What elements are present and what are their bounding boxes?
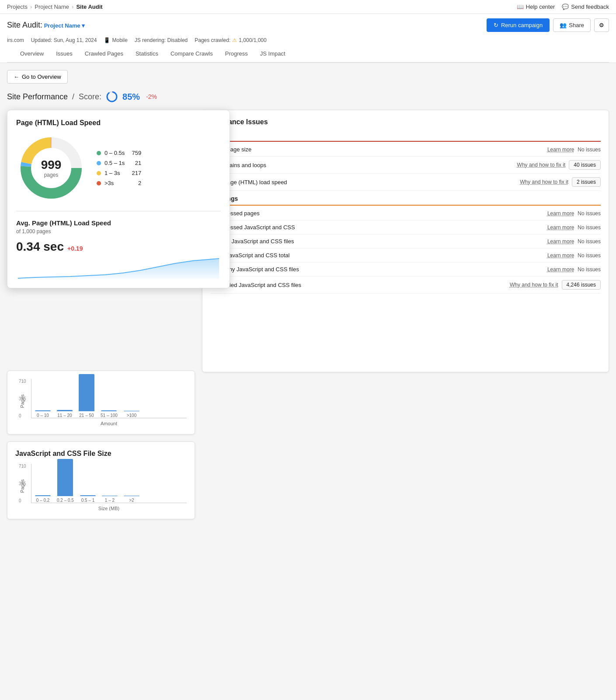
issue-row-compressed-js-css: Compressed JavaScript and CSS Learn more… <box>210 220 601 234</box>
why-fix-link-1[interactable]: Why and how to fix it <box>517 162 566 168</box>
issue-row-cached-js-css: Cached JavaScript and CSS files Learn mo… <box>210 234 601 248</box>
header-meta: irs.com Updated: Sun, Aug 11, 2024 📱 Mob… <box>7 35 609 46</box>
score-percentage: 85% <box>122 92 140 102</box>
avg-speed-subtitle: of 1,000 pages <box>16 228 221 234</box>
bar-group: >2 <box>124 496 139 503</box>
no-issues-5: No issues <box>578 252 601 259</box>
learn-more-link-3[interactable]: Learn more <box>547 224 574 231</box>
score-circle-icon <box>106 91 118 103</box>
bar-group: 0.2 – 0.5 <box>57 459 74 503</box>
legend-label-very-slow: >3s <box>104 180 114 186</box>
bar <box>35 495 51 496</box>
bar-group: >100 <box>124 411 139 418</box>
share-label: Share <box>569 22 584 28</box>
bar <box>57 410 73 411</box>
header-actions: ↻ Rerun campaign 👥 Share ⚙ <box>487 18 609 32</box>
learn-more-link-1[interactable]: Learn more <box>547 147 574 153</box>
svg-point-1 <box>107 92 117 102</box>
legend-label-medium: 0.5 – 1s <box>104 160 125 166</box>
x-axis-title-1: Amount <box>31 421 187 426</box>
bar <box>124 496 139 496</box>
legend-dot-fast <box>97 151 101 155</box>
tab-overview[interactable]: Overview <box>14 46 50 62</box>
project-name-dropdown[interactable]: Project Name ▾ <box>44 22 85 29</box>
learn-more-link-6[interactable]: Learn more <box>547 266 574 273</box>
breadcrumb-current: Site Audit <box>76 4 102 10</box>
load-speed-popup: Page (HTML) Load Speed <box>7 110 230 288</box>
divider <box>16 211 221 211</box>
topbar: Projects › Project Name › Site Audit 📖 H… <box>0 0 616 14</box>
updated-date: Updated: Sun, Aug 11, 2024 <box>31 37 97 43</box>
rerun-campaign-button[interactable]: ↻ Rerun campaign <box>487 18 550 32</box>
tab-issues[interactable]: Issues <box>50 46 79 62</box>
legend-item-medium: 0.5 – 1s 21 <box>97 160 141 166</box>
x-axis-title-2: Size (MB) <box>31 506 187 511</box>
header-row1: Site Audit: Project Name ▾ ↻ Rerun campa… <box>7 18 609 32</box>
warning-icon: ⚠ <box>232 37 237 43</box>
perf-issues-title: Pormance Issues <box>210 118 601 126</box>
settings-button[interactable]: ⚙ <box>594 18 609 32</box>
issue-row-html-page-size: HTML page size Learn more No issues <box>210 143 601 157</box>
legend-item-fast: 0 – 0.5s 759 <box>97 150 141 156</box>
score-label: Score: <box>79 92 101 102</box>
no-issues-3: No issues <box>578 224 601 231</box>
legend-item-very-slow: >3s 2 <box>97 180 141 186</box>
legend-dot-medium <box>97 161 101 165</box>
why-fix-link-2[interactable]: Why and how to fix it <box>520 179 568 185</box>
help-center-label: Help center <box>526 4 555 10</box>
bar-group: 0.5 – 1 <box>80 495 96 503</box>
bar-group: 21 – 50 <box>79 374 94 418</box>
pages-crawled: Pages crawled: ⚠ 1,000/1,000 <box>195 37 266 43</box>
tab-js-impact[interactable]: JS Impact <box>254 46 292 62</box>
bar <box>80 495 96 496</box>
send-feedback-link[interactable]: 💬 Send feedback <box>562 4 609 10</box>
js-css-filesize-card: JavaScript and CSS File Size Pages 710 3… <box>7 441 195 519</box>
bar <box>35 410 51 411</box>
avg-speed-title: Avg. Page (HTML) Load Speed <box>16 219 221 227</box>
js-css-filesize-title: JavaScript and CSS File Size <box>15 450 187 458</box>
donut-area: 999 pages 0 – 0.5s 759 0.5 – 1s 21 <box>16 133 221 203</box>
header: Site Audit: Project Name ▾ ↻ Rerun campa… <box>0 14 616 63</box>
breadcrumb-project-name[interactable]: Project Name <box>35 4 69 10</box>
issues-badge-load: 2 issues <box>572 177 601 187</box>
page-content: ← Go to Overview Site Performance / Scor… <box>0 63 616 526</box>
score-change: -2% <box>146 93 157 100</box>
legend-label-fast: 0 – 0.5s <box>104 150 125 156</box>
share-button[interactable]: 👥 Share <box>553 18 591 32</box>
domain: irs.com <box>7 37 24 43</box>
issue-row-unminified-js-css: Unminified JavaScript and CSS files Why … <box>210 276 601 294</box>
bar-group: 0 – 0.2 <box>35 495 51 503</box>
avg-speed-section: Avg. Page (HTML) Load Speed of 1,000 pag… <box>16 219 221 279</box>
learn-more-link-4[interactable]: Learn more <box>547 238 574 245</box>
donut-total: 999 <box>41 158 62 172</box>
bar <box>101 410 117 411</box>
y-axis-labels-2: 710 355 0 <box>19 464 26 503</box>
two-column-layout: Pages 710 355 0 0 – 10 11 – 20 <box>7 110 609 519</box>
bar-group: 51 – 100 <box>101 410 118 418</box>
donut-center: 999 pages <box>41 158 62 178</box>
legend-label-slow: 1 – 3s <box>104 170 120 176</box>
breadcrumb-projects[interactable]: Projects <box>7 4 28 10</box>
learn-more-link-5[interactable]: Learn more <box>547 252 574 259</box>
tab-progress[interactable]: Progress <box>219 46 254 62</box>
help-center-link[interactable]: 📖 Help center <box>517 4 555 10</box>
bar <box>57 459 73 496</box>
nav-tabs: Overview Issues Crawled Pages Statistics… <box>7 46 609 63</box>
issues-badge-redirect: 40 issues <box>569 160 601 170</box>
issue-row-large-js-css: Large JavaScript and CSS total Learn mor… <box>210 248 601 262</box>
why-fix-link-3[interactable]: Why and how to fix it <box>510 282 558 288</box>
tab-statistics[interactable]: Statistics <box>129 46 164 62</box>
bar-group: 11 – 20 <box>57 410 73 418</box>
issue-row-too-many-js-css: Too many JavaScript and CSS files Learn … <box>210 262 601 276</box>
issue-row-load-speed: Slow page (HTML) load speed Why and how … <box>210 174 601 191</box>
warnings-section-header: Warnings <box>210 195 601 206</box>
tab-compare-crawls[interactable]: Compare Crawls <box>164 46 219 62</box>
tab-crawled-pages[interactable]: Crawled Pages <box>79 46 129 62</box>
issues-badge-unminified: 4,246 issues <box>562 280 601 290</box>
bar-group: 1 – 2 <box>102 496 118 503</box>
go-overview-button[interactable]: ← Go to Overview <box>7 70 68 84</box>
feedback-icon: 💬 <box>562 4 569 10</box>
legend-dot-slow <box>97 171 101 175</box>
share-icon: 👥 <box>560 22 567 28</box>
learn-more-link-2[interactable]: Learn more <box>547 210 574 217</box>
